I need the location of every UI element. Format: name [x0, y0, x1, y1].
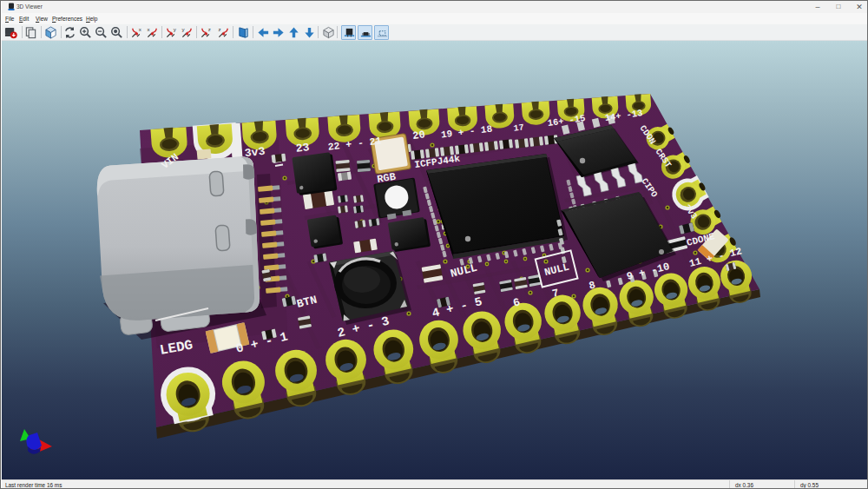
svg-text:y: y	[174, 26, 177, 32]
svg-text:3v3: 3v3	[244, 145, 266, 160]
svg-text:x: x	[139, 26, 141, 32]
svg-text:x: x	[147, 26, 149, 32]
svg-text:z: z	[218, 26, 220, 32]
svg-text:20: 20	[412, 129, 426, 142]
svg-text:17: 17	[513, 122, 524, 133]
svg-text:z: z	[208, 26, 211, 32]
svg-text:23: 23	[295, 141, 310, 155]
svg-text:y: y	[181, 26, 185, 32]
